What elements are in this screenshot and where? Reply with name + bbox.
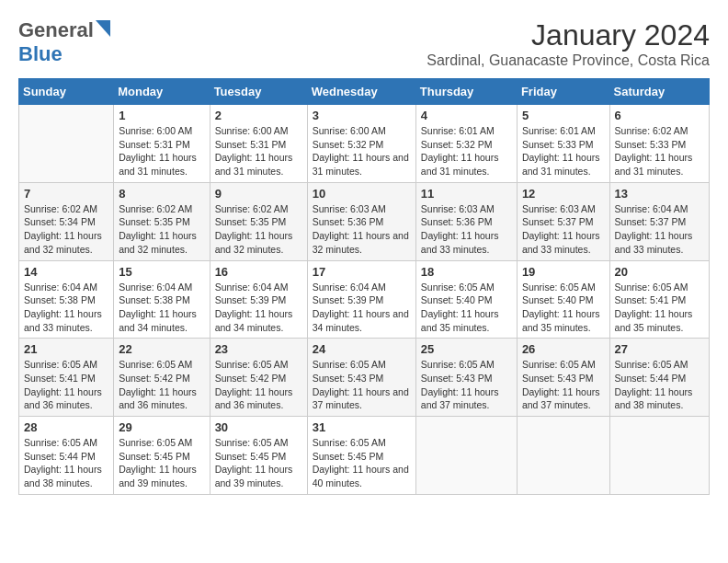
weekday-header: Tuesday [210,79,307,105]
weekday-header: Thursday [415,79,517,105]
day-info: Sunrise: 6:00 AMSunset: 5:32 PMDaylight:… [313,124,411,178]
day-number: 17 [313,265,411,279]
day-number: 14 [24,265,108,279]
calendar-cell: 11Sunrise: 6:03 AMSunset: 5:36 PMDayligh… [415,182,517,260]
calendar-cell: 7Sunrise: 6:02 AMSunset: 5:34 PMDaylight… [19,182,114,260]
day-number: 24 [313,342,411,356]
logo-blue: Blue [18,42,63,65]
day-number: 1 [119,109,204,122]
day-number: 26 [522,342,605,356]
calendar-week-row: 14Sunrise: 6:04 AMSunset: 5:38 PMDayligh… [19,260,710,339]
day-info: Sunrise: 6:01 AMSunset: 5:32 PMDaylight:… [421,124,512,178]
day-number: 15 [119,265,204,279]
calendar-cell [415,417,517,495]
day-number: 13 [615,187,704,201]
calendar-cell: 23Sunrise: 6:05 AMSunset: 5:42 PMDayligh… [210,339,307,417]
day-number: 27 [615,342,704,356]
page-title: January 2024 [427,18,710,52]
day-info: Sunrise: 6:04 AMSunset: 5:38 PMDaylight:… [119,281,204,335]
weekday-header: Monday [114,79,210,105]
day-number: 19 [522,265,605,279]
day-info: Sunrise: 6:00 AMSunset: 5:31 PMDaylight:… [215,124,302,178]
logo-general: General [18,18,94,42]
day-info: Sunrise: 6:02 AMSunset: 5:35 PMDaylight:… [215,202,302,257]
day-info: Sunrise: 6:05 AMSunset: 5:44 PMDaylight:… [24,436,108,490]
day-info: Sunrise: 6:04 AMSunset: 5:37 PMDaylight:… [615,202,704,257]
day-number: 7 [24,187,108,201]
calendar-cell [19,105,114,183]
day-number: 10 [313,187,411,201]
day-number: 20 [615,265,704,279]
calendar-cell: 28Sunrise: 6:05 AMSunset: 5:44 PMDayligh… [19,417,114,495]
calendar-week-row: 21Sunrise: 6:05 AMSunset: 5:41 PMDayligh… [19,339,710,417]
day-info: Sunrise: 6:05 AMSunset: 5:40 PMDaylight:… [421,281,512,335]
day-number: 9 [215,187,302,201]
calendar-week-row: 28Sunrise: 6:05 AMSunset: 5:44 PMDayligh… [19,417,710,495]
logo: General Blue [18,18,110,66]
day-info: Sunrise: 6:00 AMSunset: 5:31 PMDaylight:… [119,124,204,178]
calendar-cell: 22Sunrise: 6:05 AMSunset: 5:42 PMDayligh… [114,339,210,417]
page-subtitle: Sardinal, Guanacaste Province, Costa Ric… [427,52,710,69]
header: General Blue January 2024 Sardinal, Guan… [18,18,710,69]
calendar-cell: 29Sunrise: 6:05 AMSunset: 5:45 PMDayligh… [114,417,210,495]
day-info: Sunrise: 6:02 AMSunset: 5:34 PMDaylight:… [24,202,108,257]
day-info: Sunrise: 6:03 AMSunset: 5:37 PMDaylight:… [522,202,605,257]
weekday-header: Wednesday [307,79,415,105]
day-info: Sunrise: 6:05 AMSunset: 5:40 PMDaylight:… [522,281,605,335]
calendar-cell: 8Sunrise: 6:02 AMSunset: 5:35 PMDaylight… [114,182,210,260]
day-info: Sunrise: 6:02 AMSunset: 5:33 PMDaylight:… [615,124,704,178]
calendar-cell: 5Sunrise: 6:01 AMSunset: 5:33 PMDaylight… [517,105,609,183]
day-info: Sunrise: 6:05 AMSunset: 5:45 PMDaylight:… [215,436,302,490]
day-number: 21 [24,342,108,356]
day-info: Sunrise: 6:04 AMSunset: 5:38 PMDaylight:… [24,281,108,335]
calendar-cell: 15Sunrise: 6:04 AMSunset: 5:38 PMDayligh… [114,260,210,339]
calendar-cell: 12Sunrise: 6:03 AMSunset: 5:37 PMDayligh… [517,182,609,260]
calendar-cell: 20Sunrise: 6:05 AMSunset: 5:41 PMDayligh… [609,260,709,339]
day-info: Sunrise: 6:05 AMSunset: 5:42 PMDaylight:… [119,358,204,412]
day-info: Sunrise: 6:05 AMSunset: 5:41 PMDaylight:… [615,281,704,335]
calendar-cell: 2Sunrise: 6:00 AMSunset: 5:31 PMDaylight… [210,105,307,183]
day-info: Sunrise: 6:04 AMSunset: 5:39 PMDaylight:… [313,281,411,335]
calendar-cell: 31Sunrise: 6:05 AMSunset: 5:45 PMDayligh… [307,417,415,495]
calendar-cell: 30Sunrise: 6:05 AMSunset: 5:45 PMDayligh… [210,417,307,495]
calendar-cell: 3Sunrise: 6:00 AMSunset: 5:32 PMDaylight… [307,105,415,183]
day-number: 25 [421,342,512,356]
day-number: 2 [215,109,302,122]
calendar-cell: 26Sunrise: 6:05 AMSunset: 5:43 PMDayligh… [517,339,609,417]
calendar-cell: 6Sunrise: 6:02 AMSunset: 5:33 PMDaylight… [609,105,709,183]
calendar-cell: 16Sunrise: 6:04 AMSunset: 5:39 PMDayligh… [210,260,307,339]
day-info: Sunrise: 6:05 AMSunset: 5:42 PMDaylight:… [215,358,302,412]
day-info: Sunrise: 6:03 AMSunset: 5:36 PMDaylight:… [313,202,411,257]
day-number: 3 [313,109,411,122]
weekday-header: Saturday [609,79,709,105]
calendar-cell: 14Sunrise: 6:04 AMSunset: 5:38 PMDayligh… [19,260,114,339]
day-number: 5 [522,109,605,122]
title-area: January 2024 Sardinal, Guanacaste Provin… [427,18,710,69]
day-number: 8 [119,187,204,201]
day-info: Sunrise: 6:02 AMSunset: 5:35 PMDaylight:… [119,202,204,257]
day-number: 12 [522,187,605,201]
day-info: Sunrise: 6:01 AMSunset: 5:33 PMDaylight:… [522,124,605,178]
day-info: Sunrise: 6:05 AMSunset: 5:45 PMDaylight:… [119,436,204,490]
weekday-header: Sunday [19,79,114,105]
day-info: Sunrise: 6:05 AMSunset: 5:41 PMDaylight:… [24,358,108,412]
day-number: 31 [313,420,411,434]
calendar-cell: 17Sunrise: 6:04 AMSunset: 5:39 PMDayligh… [307,260,415,339]
calendar-cell: 19Sunrise: 6:05 AMSunset: 5:40 PMDayligh… [517,260,609,339]
day-info: Sunrise: 6:05 AMSunset: 5:43 PMDaylight:… [522,358,605,412]
calendar-cell: 1Sunrise: 6:00 AMSunset: 5:31 PMDaylight… [114,105,210,183]
calendar-cell: 18Sunrise: 6:05 AMSunset: 5:40 PMDayligh… [415,260,517,339]
calendar-table: SundayMondayTuesdayWednesdayThursdayFrid… [18,78,710,495]
day-info: Sunrise: 6:03 AMSunset: 5:36 PMDaylight:… [421,202,512,257]
day-info: Sunrise: 6:05 AMSunset: 5:43 PMDaylight:… [313,358,411,412]
day-info: Sunrise: 6:04 AMSunset: 5:39 PMDaylight:… [215,281,302,335]
calendar-cell: 4Sunrise: 6:01 AMSunset: 5:32 PMDaylight… [415,105,517,183]
calendar-cell: 25Sunrise: 6:05 AMSunset: 5:43 PMDayligh… [415,339,517,417]
calendar-cell: 27Sunrise: 6:05 AMSunset: 5:44 PMDayligh… [609,339,709,417]
svg-marker-0 [96,20,110,37]
calendar-week-row: 1Sunrise: 6:00 AMSunset: 5:31 PMDaylight… [19,105,710,183]
day-number: 29 [119,420,204,434]
day-number: 23 [215,342,302,356]
calendar-cell: 21Sunrise: 6:05 AMSunset: 5:41 PMDayligh… [19,339,114,417]
day-number: 30 [215,420,302,434]
